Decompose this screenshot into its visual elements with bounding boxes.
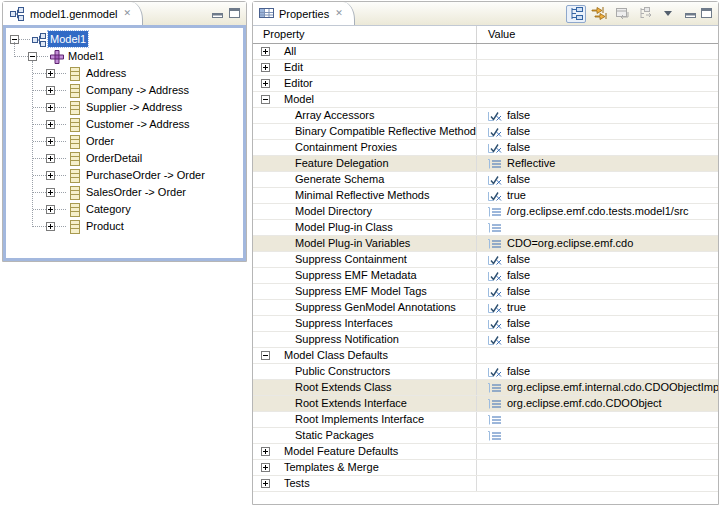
property-row[interactable]: Static Packages	[253, 428, 718, 444]
property-value-cell[interactable]: false	[477, 316, 718, 331]
tree-item[interactable]: Product	[6, 218, 243, 235]
expand-toggle-icon[interactable]	[46, 69, 55, 78]
property-row[interactable]: Containment Proxiesfalse	[253, 140, 718, 156]
expand-toggle-icon[interactable]	[46, 171, 55, 180]
property-value-cell[interactable]: false	[477, 108, 718, 123]
property-value-cell[interactable]	[477, 60, 718, 75]
property-category-row[interactable]: Editor	[253, 76, 718, 92]
expand-toggle-icon[interactable]	[46, 103, 55, 112]
property-row[interactable]: Root Implements Interface	[253, 412, 718, 428]
expand-toggle-icon[interactable]	[46, 120, 55, 129]
tree-item[interactable]: Supplier -> Address	[6, 99, 243, 116]
expand-toggle-icon[interactable]	[261, 63, 270, 72]
property-value-cell[interactable]: Reflective	[477, 156, 718, 171]
property-value-cell[interactable]: /org.eclipse.emf.cdo.tests.model1/src	[477, 204, 718, 219]
property-row[interactable]: Suppress Notificationfalse	[253, 332, 718, 348]
collapse-toggle-icon[interactable]	[261, 95, 270, 104]
property-column-header[interactable]: Property	[253, 26, 477, 43]
property-value-cell[interactable]	[477, 460, 718, 475]
property-value-cell[interactable]	[477, 476, 718, 491]
view-menu-icon[interactable]	[658, 5, 678, 23]
tree-item[interactable]: SalesOrder -> Order	[6, 184, 243, 201]
property-value-cell[interactable]: false	[477, 284, 718, 299]
property-value-cell[interactable]: org.eclipse.emf.cdo.CDOObject	[477, 396, 718, 411]
tree-item[interactable]: PurchaseOrder -> Order	[6, 167, 243, 184]
property-value-cell[interactable]	[477, 412, 718, 427]
collapse-toggle-icon[interactable]	[261, 351, 270, 360]
property-row[interactable]: Suppress GenModel Annotationstrue	[253, 300, 718, 316]
property-value-cell[interactable]: false	[477, 124, 718, 139]
expand-toggle-icon[interactable]	[261, 79, 270, 88]
expand-toggle-icon[interactable]	[46, 188, 55, 197]
expand-toggle-icon[interactable]	[261, 463, 270, 472]
property-value-cell[interactable]: false	[477, 332, 718, 347]
expand-toggle-icon[interactable]	[46, 86, 55, 95]
property-row[interactable]: Root Extends Interfaceorg.eclipse.emf.cd…	[253, 396, 718, 412]
tree-item[interactable]: Company -> Address	[6, 82, 243, 99]
tree-item[interactable]: Order	[6, 133, 243, 150]
property-row[interactable]: Model Plug-in VariablesCDO=org.eclipse.e…	[253, 236, 718, 252]
tree-item[interactable]: Category	[6, 201, 243, 218]
value-column-header[interactable]: Value	[477, 26, 718, 43]
close-icon[interactable]: ✕	[334, 9, 344, 18]
expand-toggle-icon[interactable]	[46, 222, 55, 231]
property-category-row[interactable]: Edit	[253, 60, 718, 76]
property-row[interactable]: Array Accessorsfalse	[253, 108, 718, 124]
property-row[interactable]: Feature DelegationReflective	[253, 156, 718, 172]
property-value-cell[interactable]	[477, 44, 718, 59]
property-value-cell[interactable]	[477, 220, 718, 235]
property-value-cell[interactable]: false	[477, 364, 718, 379]
property-value-cell[interactable]	[477, 348, 718, 363]
property-value-cell[interactable]: false	[477, 268, 718, 283]
property-value-cell[interactable]: true	[477, 300, 718, 315]
property-row[interactable]: Generate Schemafalse	[253, 172, 718, 188]
property-value-cell[interactable]: false	[477, 140, 718, 155]
maximize-icon[interactable]	[229, 8, 240, 20]
property-value-cell[interactable]	[477, 92, 718, 107]
expand-toggle-icon[interactable]	[261, 47, 270, 56]
expand-toggle-icon[interactable]	[261, 447, 270, 456]
property-value-cell[interactable]	[477, 428, 718, 443]
show-categories-button[interactable]	[566, 5, 586, 23]
show-advanced-properties-button[interactable]	[589, 5, 609, 23]
property-row[interactable]: Model Plug-in Class	[253, 220, 718, 236]
property-value-cell[interactable]: false	[477, 172, 718, 187]
tree-item[interactable]: Address	[6, 65, 243, 82]
minimize-icon[interactable]	[685, 8, 696, 20]
close-icon[interactable]: ✕	[122, 9, 132, 18]
expand-toggle-icon[interactable]	[261, 479, 270, 488]
property-value-cell[interactable]	[477, 444, 718, 459]
property-category-row[interactable]: Model Feature Defaults	[253, 444, 718, 460]
property-row[interactable]: Suppress Containmentfalse	[253, 252, 718, 268]
property-value-cell[interactable]: true	[477, 188, 718, 203]
property-row[interactable]: Root Extends Classorg.eclipse.emf.intern…	[253, 380, 718, 396]
property-value-cell[interactable]	[477, 76, 718, 91]
maximize-icon[interactable]	[701, 8, 712, 20]
property-row[interactable]: Suppress EMF Model Tagsfalse	[253, 284, 718, 300]
expand-toggle-icon[interactable]	[46, 154, 55, 163]
minimize-icon[interactable]	[212, 8, 223, 20]
tree-item[interactable]: Model1	[6, 31, 243, 48]
property-row[interactable]: Public Constructorsfalse	[253, 364, 718, 380]
collapse-toggle-icon[interactable]	[28, 52, 37, 61]
properties-tab[interactable]: Properties ✕	[253, 2, 355, 25]
tree-item[interactable]: Customer -> Address	[6, 116, 243, 133]
property-value-cell[interactable]: false	[477, 252, 718, 267]
property-row[interactable]: Model Directory/org.eclipse.emf.cdo.test…	[253, 204, 718, 220]
property-category-row[interactable]: Templates & Merge	[253, 460, 718, 476]
tree-item[interactable]: Model1	[6, 48, 243, 65]
property-row[interactable]: Suppress EMF Metadatafalse	[253, 268, 718, 284]
property-category-row[interactable]: Model	[253, 92, 718, 108]
property-category-row[interactable]: Model Class Defaults	[253, 348, 718, 364]
property-row[interactable]: Binary Compatible Reflective Methodsfals…	[253, 124, 718, 140]
property-row[interactable]: Suppress Interfacesfalse	[253, 316, 718, 332]
property-category-row[interactable]: Tests	[253, 476, 718, 492]
property-value-cell[interactable]: org.eclipse.emf.internal.cdo.CDOObjectIm…	[477, 380, 718, 395]
expand-toggle-icon[interactable]	[46, 205, 55, 214]
property-row[interactable]: Minimal Reflective Methodstrue	[253, 188, 718, 204]
property-value-cell[interactable]: CDO=org.eclipse.emf.cdo	[477, 236, 718, 251]
editor-tab[interactable]: model1.genmodel ✕	[3, 2, 143, 25]
tree-item[interactable]: OrderDetail	[6, 150, 243, 167]
expand-toggle-icon[interactable]	[46, 137, 55, 146]
property-category-row[interactable]: All	[253, 44, 718, 60]
